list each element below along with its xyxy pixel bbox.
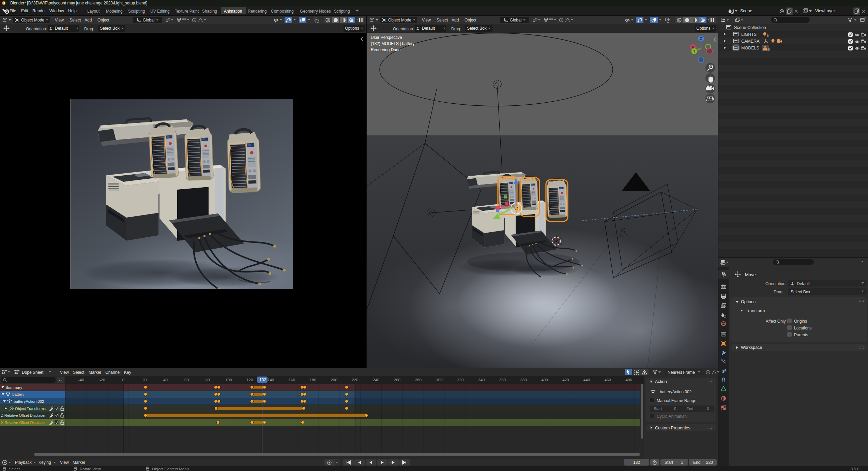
svg-text:Z: Z: [700, 37, 702, 41]
svg-text:Y: Y: [693, 49, 696, 53]
